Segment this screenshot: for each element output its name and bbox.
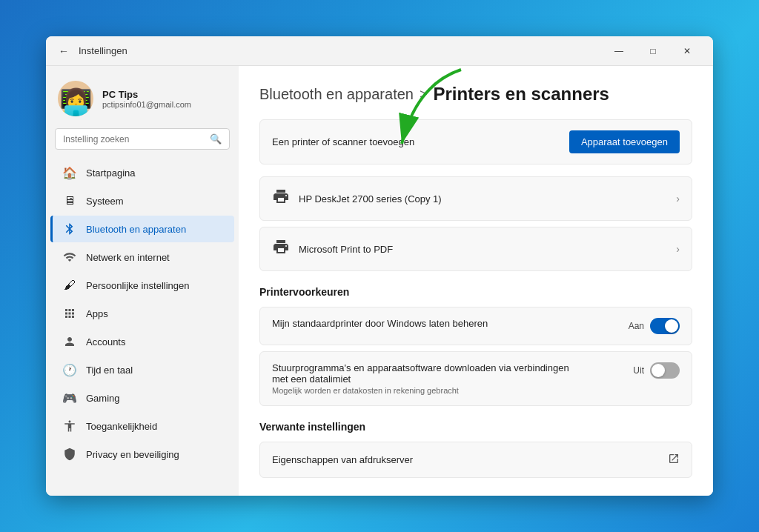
apps-icon [62,306,77,321]
shield-icon [62,447,77,462]
search-icon: 🔍 [210,133,222,144]
network-icon [62,250,77,265]
bluetooth-icon [62,222,77,236]
printer-prefs-title: Printervoorkeuren [259,286,692,298]
related-settings-title: Verwante instellingen [259,421,692,433]
nav-label-toegankelijkheid: Toegankelijkheid [86,421,157,432]
home-icon: 🏠 [62,165,77,180]
profile-name: PC Tips [102,89,191,100]
sidebar-item-apps[interactable]: Apps [50,300,234,327]
sidebar: 👩‍💻 PC Tips pctipsinfo01@gmail.com 🔍 🏠 S… [46,66,239,496]
add-device-label: Een printer of scanner toevoegen [272,136,414,147]
setting-label-default: Mijn standaardprinter door Windows laten… [272,318,488,329]
display-icon: 🖥 [62,193,77,208]
nav-label-accounts: Accounts [86,336,125,348]
profile-email: pctipsinfo01@gmail.com [102,100,191,109]
nav-label-gaming: Gaming [86,393,120,404]
gaming-icon: 🎮 [62,390,77,405]
toggle-download[interactable] [650,362,680,379]
printer-icon-hp [272,187,290,210]
window-controls: — □ ✕ [602,39,704,63]
paint-icon: 🖌 [62,278,77,293]
nav-label-privacy: Privacy en beveiliging [86,449,179,460]
accounts-icon [62,334,77,349]
sidebar-item-accounts[interactable]: Accounts [50,328,234,355]
nav-label-startpagina: Startpagina [86,167,136,179]
sidebar-item-systeem[interactable]: 🖥 Systeem [50,187,234,214]
nav-label-tijd: Tijd en taal [86,365,133,376]
breadcrumb-parent[interactable]: Bluetooth en apparaten [259,86,414,103]
add-device-button[interactable]: Apparaat toevoegen [569,130,680,153]
chevron-right-icon-hp: › [676,193,680,205]
device-name-hp: HP DeskJet 2700 series (Copy 1) [299,193,442,205]
titlebar: ← Instellingen — □ ✕ [46,36,713,66]
setting-row-download: Stuurprogramma's en apparaatsoftware dow… [259,351,692,406]
search-box[interactable]: 🔍 [55,128,230,150]
back-button[interactable]: ← [55,42,73,60]
device-row-hp[interactable]: HP DeskJet 2700 series (Copy 1) › [259,176,692,221]
breadcrumb-current: Printers en scanners [433,84,609,104]
nav-label-bluetooth: Bluetooth en apparaten [86,224,186,235]
breadcrumb: Bluetooth en apparaten > Printers en sca… [259,84,692,104]
external-link-icon [668,453,680,467]
toggle-state-default: Aan [629,321,644,331]
window-title: Instellingen [79,45,127,56]
sidebar-item-bluetooth[interactable]: Bluetooth en apparaten [50,216,234,242]
setting-label-download: Stuurprogramma's en apparaatsoftware dow… [272,362,578,385]
nav-label-apps: Apps [86,308,108,319]
window-content: 👩‍💻 PC Tips pctipsinfo01@gmail.com 🔍 🏠 S… [46,66,713,496]
toggle-thumb-download [652,364,665,377]
toggle-state-download: Uit [633,365,644,376]
sidebar-item-netwerk[interactable]: Netwerk en internet [50,244,234,270]
avatar: 👩‍💻 [58,81,93,116]
add-device-row: Een printer of scanner toevoegen Apparaa… [259,119,692,164]
external-label: Eigenschappen van afdrukserver [272,454,413,465]
setting-row-default-printer: Mijn standaardprinter door Windows laten… [259,307,692,345]
external-row-printserver[interactable]: Eigenschappen van afdrukserver [259,442,692,478]
chevron-right-icon-pdf: › [676,243,680,255]
search-input[interactable] [63,134,204,144]
close-button[interactable]: ✕ [670,39,704,63]
nav-label-persoonlijk: Persoonlijke instellingen [86,280,189,291]
minimize-button[interactable]: — [602,39,636,63]
maximize-button[interactable]: □ [636,39,670,63]
accessibility-icon [62,419,77,433]
toggle-default-printer[interactable] [650,318,680,334]
sidebar-item-gaming[interactable]: 🎮 Gaming [50,385,234,411]
nav-label-systeem: Systeem [86,196,124,207]
sidebar-item-privacy[interactable]: Privacy en beveiliging [50,441,234,468]
main-content: Bluetooth en apparaten > Printers en sca… [239,66,713,496]
sidebar-item-startpagina[interactable]: 🏠 Startpagina [50,159,234,186]
profile-section: 👩‍💻 PC Tips pctipsinfo01@gmail.com [46,75,239,128]
breadcrumb-separator: > [420,87,428,102]
printer-icon-pdf [272,238,290,260]
sidebar-item-persoonlijk[interactable]: 🖌 Persoonlijke instellingen [50,272,234,299]
setting-sub-download: Mogelijk worden er datakosten in rekenin… [272,386,578,395]
clock-icon: 🕐 [62,362,77,377]
nav-label-netwerk: Netwerk en internet [86,252,170,263]
device-name-pdf: Microsoft Print to PDF [299,244,393,255]
sidebar-item-tijd[interactable]: 🕐 Tijd en taal [50,356,234,383]
device-row-pdf[interactable]: Microsoft Print to PDF › [259,227,692,271]
toggle-thumb [665,319,678,333]
sidebar-item-toegankelijkheid[interactable]: Toegankelijkheid [50,413,234,439]
settings-window: ← Instellingen — □ ✕ 👩‍💻 PC Tips pctipsi… [46,36,713,496]
